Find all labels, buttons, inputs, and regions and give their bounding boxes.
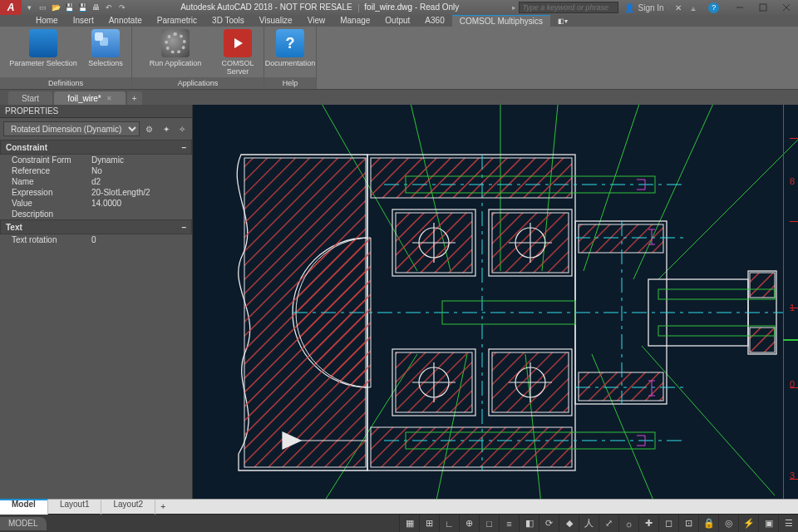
menu-tab-manage[interactable]: Manage (332, 15, 377, 27)
menu-tab-insert[interactable]: Insert (66, 15, 101, 27)
drawing-canvas[interactable]: 8 1 0 3 (193, 105, 798, 499)
sign-in-link[interactable]: Sign In (638, 3, 664, 12)
add-layout-button[interactable]: + (155, 502, 170, 511)
file-tab-Start[interactable]: Start (8, 91, 52, 105)
ribbon-comsol-server[interactable]: COMSOL Server (215, 28, 260, 76)
srv-icon (224, 29, 252, 57)
props-value[interactable]: 0 (91, 235, 192, 244)
clean-screen-icon[interactable]: ▣ (758, 515, 778, 533)
props-row[interactable]: Expression20-SlotLength/2 (0, 187, 192, 198)
layout-tab-layout2[interactable]: Layout2 (101, 500, 155, 515)
saveas-icon[interactable]: 💾 (76, 2, 88, 13)
anno-monitor-icon[interactable]: ✚ (638, 515, 658, 533)
ribbon-label: Selections (88, 59, 123, 67)
props-label: Expression (0, 188, 91, 197)
quick-props-icon[interactable]: ⊡ (678, 515, 698, 533)
props-row[interactable]: Named2 (0, 176, 192, 187)
maximize-button[interactable] (751, 0, 775, 15)
select-plus-icon[interactable]: ✦ (160, 122, 173, 135)
layout-tab-model[interactable]: Model (0, 500, 48, 515)
props-value[interactable]: No (91, 166, 192, 175)
grid-toggle-icon[interactable]: ▦ (399, 515, 419, 533)
menu-tab-featured[interactable]: ◧▾ (550, 15, 575, 27)
ribbon-run-application[interactable]: Run Application (135, 28, 215, 67)
snap-toggle-icon[interactable]: ⊞ (419, 515, 439, 533)
ribbon-label: Run Application (150, 59, 202, 67)
props-row[interactable]: Value14.0000 (0, 198, 192, 209)
close-button[interactable] (775, 0, 798, 15)
menu-tab-view[interactable]: View (300, 15, 333, 27)
props-value[interactable]: d2 (91, 177, 192, 186)
props-row[interactable]: Description (0, 209, 192, 219)
file-tab-foil_wire-[interactable]: foil_wire*✕ (54, 91, 126, 105)
layout-tab-layout1[interactable]: Layout1 (48, 500, 102, 515)
help-icon[interactable]: ? (708, 2, 719, 13)
osnap-toggle-icon[interactable]: □ (479, 515, 499, 533)
ribbon: Parameter SelectionSelectionsDefinitions… (0, 27, 798, 90)
props-label: Reference (0, 166, 91, 175)
svg-rect-22 (371, 158, 572, 198)
props-value[interactable] (91, 209, 192, 219)
minimize-button[interactable] (728, 0, 751, 15)
cycling-icon[interactable]: ⟳ (539, 515, 559, 533)
menu-tab-output[interactable]: Output (377, 15, 417, 27)
annotation-icon[interactable]: 人 (579, 515, 598, 533)
open-icon[interactable]: 📂 (50, 2, 62, 13)
model-space-indicator[interactable]: MODEL (0, 517, 47, 530)
lineweight-icon[interactable]: ≡ (499, 515, 519, 533)
properties-type-select[interactable]: Rotated Dimension (Dynamic) (3, 121, 140, 136)
ortho-toggle-icon[interactable]: ∟ (439, 515, 459, 533)
polar-toggle-icon[interactable]: ⊕ (459, 515, 479, 533)
select-obj-icon[interactable]: ✧ (175, 122, 189, 135)
props-label: Constraint Form (0, 155, 91, 165)
new-icon[interactable]: ▭ (37, 2, 48, 13)
hw-accel-icon[interactable]: ⚡ (738, 515, 758, 533)
save-icon[interactable]: 💾 (63, 2, 75, 13)
props-section-constraint[interactable]: Constraint– (0, 140, 192, 155)
exchange-icon[interactable]: ✕ (672, 2, 684, 13)
ribbon-parameter-selection[interactable]: Parameter Selection (3, 28, 83, 67)
props-label: Name (0, 177, 91, 186)
user-icon[interactable]: 👤 (623, 2, 635, 13)
props-value[interactable]: 20-SlotLength/2 (91, 188, 192, 197)
undo-icon[interactable]: ↶ (103, 2, 115, 13)
qat-menu[interactable]: ▾ (23, 2, 35, 13)
menu-tab-comsol-multiphysics[interactable]: COMSOL Multiphysics (452, 15, 550, 27)
props-section-text[interactable]: Text– (0, 219, 192, 234)
units-icon[interactable]: ◻ (658, 515, 678, 533)
props-row[interactable]: ReferenceNo (0, 165, 192, 176)
isolate-icon[interactable]: ◎ (718, 515, 738, 533)
collapse-icon[interactable]: – (181, 143, 186, 152)
file-tabs: Startfoil_wire*✕+ (0, 90, 798, 105)
menu-tab-a360[interactable]: A360 (417, 15, 451, 27)
lock-ui-icon[interactable]: 🔒 (698, 515, 718, 533)
ribbon-group-label: Definitions (0, 77, 131, 89)
app-logo[interactable]: A (0, 0, 22, 15)
collapse-icon[interactable]: – (181, 223, 186, 232)
props-row[interactable]: Text rotation0 (0, 234, 192, 245)
print-icon[interactable]: 🖶 (90, 2, 101, 13)
menu-tab-3d-tools[interactable]: 3D Tools (204, 15, 252, 27)
quick-select-icon[interactable]: ⚙ (143, 122, 156, 135)
new-tab-button[interactable]: + (127, 91, 142, 105)
a360-icon[interactable]: ⟁ (687, 2, 699, 13)
props-value[interactable]: Dynamic (91, 155, 192, 165)
menu-tab-annotate[interactable]: Annotate (101, 15, 150, 27)
transparency-icon[interactable]: ◧ (519, 515, 539, 533)
ribbon-documentation[interactable]: Documentation (268, 28, 313, 67)
close-tab-icon[interactable]: ✕ (106, 95, 112, 102)
drafting-icon[interactable]: ◆ (559, 515, 579, 533)
scale-icon[interactable]: ⤢ (598, 515, 618, 533)
menu-tab-visualize[interactable]: Visualize (252, 15, 300, 27)
menu-tab-home[interactable]: Home (28, 15, 66, 27)
search-box[interactable] (519, 2, 618, 13)
workspace-icon[interactable]: ☼ (618, 515, 638, 533)
param-icon (29, 29, 57, 57)
props-row[interactable]: Constraint FormDynamic (0, 155, 192, 165)
props-value[interactable]: 14.0000 (91, 199, 192, 208)
redo-icon[interactable]: ↷ (116, 2, 128, 13)
customize-icon[interactable]: ☰ (778, 515, 798, 533)
ribbon-selections[interactable]: Selections (83, 28, 128, 67)
search-input[interactable] (520, 2, 618, 12)
menu-tab-parametric[interactable]: Parametric (150, 15, 204, 27)
